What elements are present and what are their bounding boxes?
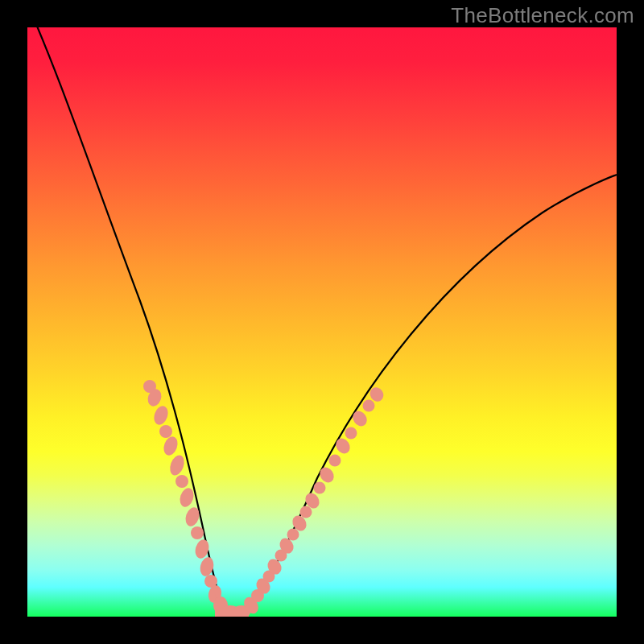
- bottleneck-curve: [27, 27, 617, 617]
- svg-point-26: [300, 506, 312, 518]
- svg-point-5: [167, 453, 187, 477]
- chart-svg: [27, 27, 617, 617]
- svg-point-32: [345, 427, 357, 440]
- svg-point-28: [314, 482, 326, 494]
- svg-point-3: [159, 425, 172, 438]
- svg-point-6: [175, 475, 188, 488]
- svg-point-30: [329, 455, 341, 467]
- chart-frame: TheBottleneck.com: [0, 0, 644, 644]
- svg-point-2: [151, 404, 170, 427]
- svg-point-4: [161, 435, 180, 457]
- highlight-band-right: [242, 385, 386, 616]
- svg-point-9: [191, 526, 204, 539]
- svg-point-10: [193, 538, 211, 559]
- svg-point-24: [287, 529, 299, 541]
- svg-point-34: [363, 400, 375, 412]
- highlight-band-left: [143, 380, 223, 604]
- watermark-text: TheBottleneck.com: [451, 3, 634, 28]
- svg-point-7: [178, 486, 196, 509]
